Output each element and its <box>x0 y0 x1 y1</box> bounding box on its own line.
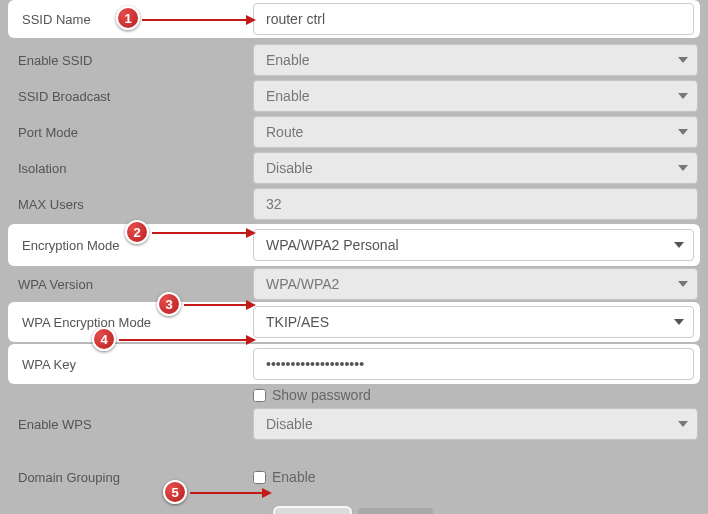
show-password-label: Show password <box>272 387 371 403</box>
ssid-broadcast-label: SSID Broadcast <box>8 89 253 104</box>
port-mode-select[interactable]: Route <box>253 116 698 148</box>
step-marker-2: 2 <box>125 220 149 244</box>
step-marker-1: 1 <box>116 6 140 30</box>
port-mode-label: Port Mode <box>8 125 253 140</box>
isolation-label: Isolation <box>8 161 253 176</box>
ssid-name-input[interactable] <box>253 3 694 35</box>
wpa-key-input[interactable] <box>253 348 694 380</box>
wpa-enc-mode-label: WPA Encryption Mode <box>8 315 253 330</box>
domain-grouping-checkbox-label: Enable <box>272 469 316 485</box>
domain-grouping-label: Domain Grouping <box>8 470 253 485</box>
refresh-button[interactable]: Refresh <box>358 508 433 514</box>
enable-ssid-select[interactable]: Enable <box>253 44 698 76</box>
enable-ssid-label: Enable SSID <box>8 53 253 68</box>
show-password-checkbox[interactable] <box>253 389 266 402</box>
wpa-key-label: WPA Key <box>8 357 253 372</box>
max-users-input[interactable] <box>253 188 698 220</box>
step-marker-5: 5 <box>163 480 187 504</box>
domain-grouping-checkbox[interactable] <box>253 471 266 484</box>
wpa-version-select[interactable]: WPA/WPA2 <box>253 268 698 300</box>
wpa-version-label: WPA Version <box>8 277 253 292</box>
encryption-mode-select[interactable]: WPA/WPA2 Personal <box>253 229 694 261</box>
isolation-select[interactable]: Disable <box>253 152 698 184</box>
step-marker-4: 4 <box>92 327 116 351</box>
ssid-broadcast-select[interactable]: Enable <box>253 80 698 112</box>
enable-wps-select[interactable]: Disable <box>253 408 698 440</box>
save-button[interactable]: Save <box>275 508 350 514</box>
enable-wps-label: Enable WPS <box>8 417 253 432</box>
step-marker-3: 3 <box>157 292 181 316</box>
wpa-enc-mode-select[interactable]: TKIP/AES <box>253 306 694 338</box>
max-users-label: MAX Users <box>8 197 253 212</box>
